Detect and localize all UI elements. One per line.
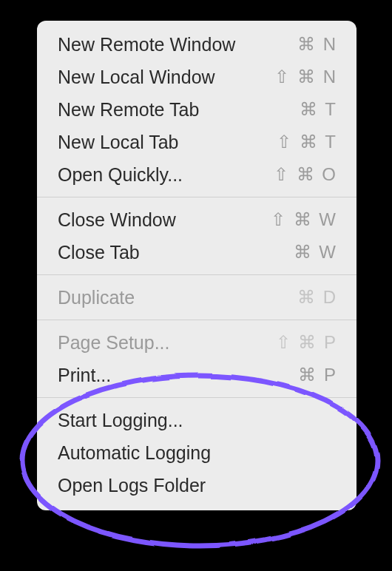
menu-item-shortcut: ⌘ D	[297, 285, 337, 310]
menu-separator	[37, 274, 356, 275]
menu-item-duplicate: Duplicate ⌘ D	[37, 281, 356, 314]
menu-item-shortcut: ⌘ W	[294, 240, 337, 265]
menu-item-new-remote-window[interactable]: New Remote Window ⌘ N	[37, 28, 356, 61]
menu-item-label: Close Window	[58, 207, 176, 232]
menu-item-label: Open Quickly...	[58, 162, 183, 187]
menu-separator	[37, 197, 356, 197]
menu-item-label: Open Logs Folder	[58, 473, 206, 498]
context-menu: New Remote Window ⌘ N New Local Window ⇧…	[37, 21, 356, 510]
menu-separator	[37, 397, 356, 398]
menu-item-new-local-tab[interactable]: New Local Tab ⇧ ⌘ T	[37, 126, 356, 158]
menu-item-new-remote-tab[interactable]: New Remote Tab ⌘ T	[37, 93, 356, 126]
menu-item-shortcut: ⇧ ⌘ N	[274, 64, 337, 89]
menu-item-label: New Remote Tab	[58, 97, 199, 122]
stage: New Remote Window ⌘ N New Local Window ⇧…	[0, 0, 392, 571]
menu-item-automatic-logging[interactable]: Automatic Logging	[37, 436, 356, 469]
menu-item-open-logs-folder[interactable]: Open Logs Folder	[37, 469, 356, 501]
menu-item-label: Duplicate	[58, 285, 135, 310]
menu-item-shortcut: ⇧ ⌘ O	[274, 162, 337, 187]
menu-item-print[interactable]: Print... ⌘ P	[37, 359, 356, 391]
menu-item-label: New Local Window	[58, 64, 215, 89]
menu-item-shortcut: ⌘ N	[297, 32, 337, 57]
menu-item-label: Close Tab	[58, 240, 140, 265]
menu-item-shortcut: ⌘ P	[298, 362, 337, 388]
menu-item-shortcut: ⇧ ⌘ T	[277, 129, 337, 155]
menu-item-label: Print...	[58, 362, 111, 388]
menu-item-shortcut: ⇧ ⌘ P	[276, 330, 337, 355]
menu-item-new-local-window[interactable]: New Local Window ⇧ ⌘ N	[37, 61, 356, 93]
menu-item-shortcut: ⇧ ⌘ W	[271, 207, 337, 232]
menu-item-label: Start Logging...	[58, 408, 183, 433]
menu-item-label: Page Setup...	[58, 330, 170, 355]
menu-item-open-quickly[interactable]: Open Quickly... ⇧ ⌘ O	[37, 158, 356, 191]
menu-item-label: New Remote Window	[58, 32, 235, 57]
menu-item-page-setup: Page Setup... ⇧ ⌘ P	[37, 326, 356, 359]
menu-item-label: New Local Tab	[58, 129, 179, 155]
menu-separator	[37, 320, 356, 320]
menu-item-label: Automatic Logging	[58, 440, 211, 465]
menu-item-close-window[interactable]: Close Window ⇧ ⌘ W	[37, 203, 356, 236]
menu-item-close-tab[interactable]: Close Tab ⌘ W	[37, 236, 356, 268]
menu-item-shortcut: ⌘ T	[300, 97, 337, 122]
menu-item-start-logging[interactable]: Start Logging...	[37, 404, 356, 436]
